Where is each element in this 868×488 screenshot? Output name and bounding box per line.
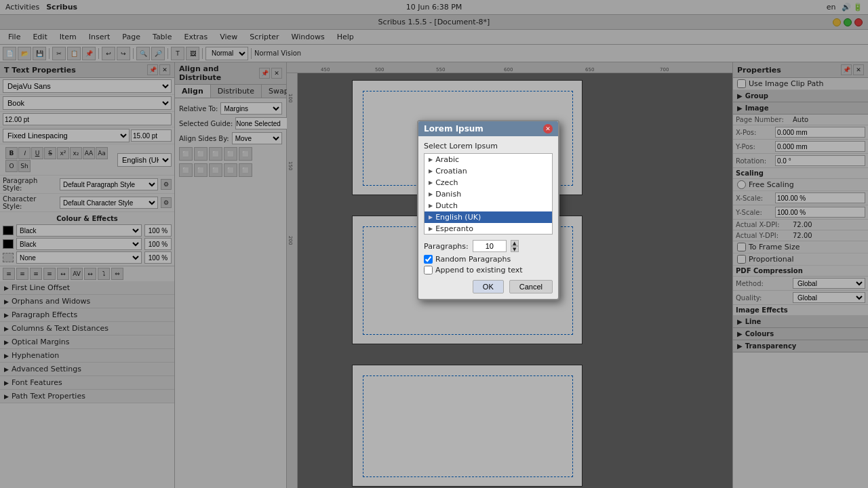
ok-button[interactable]: OK [473,280,504,293]
paragraphs-up-btn[interactable]: ▲ [511,240,519,246]
esperanto-chevron: ▶ [429,226,433,232]
append-existing-checkbox[interactable] [424,266,433,274]
arabic-label: Arabic [435,155,459,164]
english-uk-label: English (UK) [435,213,481,222]
dutch-chevron: ▶ [429,203,433,209]
append-existing-label: Append to existing text [435,266,523,274]
czech-chevron: ▶ [429,180,433,186]
modal-header: Lorem Ipsum ✕ [418,121,558,136]
modal-close-btn[interactable]: ✕ [543,124,553,134]
list-item-croatian[interactable]: ▶ Croatian [425,165,552,177]
esperanto-label: Esperanto [435,224,473,233]
random-paragraphs-row: Random Paragraphs [424,255,553,264]
cancel-button[interactable]: Cancel [509,280,553,293]
arabic-chevron: ▶ [429,157,433,163]
list-item-arabic[interactable]: ▶ Arabic [425,154,552,165]
list-item-english-uk[interactable]: ▶ English (UK) [425,211,552,223]
modal-overlay: Lorem Ipsum ✕ Select Lorem Ipsum ▶ Arabi… [0,0,868,488]
random-paragraphs-checkbox[interactable] [424,255,433,264]
modal-buttons: OK Cancel [424,280,553,293]
modal-title: Lorem Ipsum [424,124,484,134]
danish-chevron: ▶ [429,191,433,197]
danish-label: Danish [435,190,461,199]
paragraphs-label: Paragraphs: [424,242,469,251]
lorem-ipsum-modal: Lorem Ipsum ✕ Select Lorem Ipsum ▶ Arabi… [417,120,559,300]
english-uk-chevron: ▶ [429,214,433,220]
dutch-label: Dutch [435,201,458,210]
paragraphs-spinner: ▲ ▼ [511,240,519,252]
croatian-chevron: ▶ [429,168,433,174]
paragraphs-input[interactable] [473,240,507,252]
list-item-dutch[interactable]: ▶ Dutch [425,200,552,211]
paragraphs-down-btn[interactable]: ▼ [511,246,519,252]
croatian-label: Croatian [435,167,467,176]
lorem-ipsum-list[interactable]: ▶ Arabic ▶ Croatian ▶ Czech ▶ Danish ▶ [424,153,553,235]
paragraphs-row: Paragraphs: ▲ ▼ [424,240,553,252]
modal-section-label: Select Lorem Ipsum [424,142,553,150]
random-paragraphs-label: Random Paragraphs [435,255,511,264]
modal-body: Select Lorem Ipsum ▶ Arabic ▶ Croatian ▶… [418,136,558,299]
append-existing-row: Append to existing text [424,266,553,274]
list-item-czech[interactable]: ▶ Czech [425,177,552,188]
czech-label: Czech [435,178,458,187]
list-item-esperanto[interactable]: ▶ Esperanto [425,223,552,235]
list-item-danish[interactable]: ▶ Danish [425,188,552,200]
